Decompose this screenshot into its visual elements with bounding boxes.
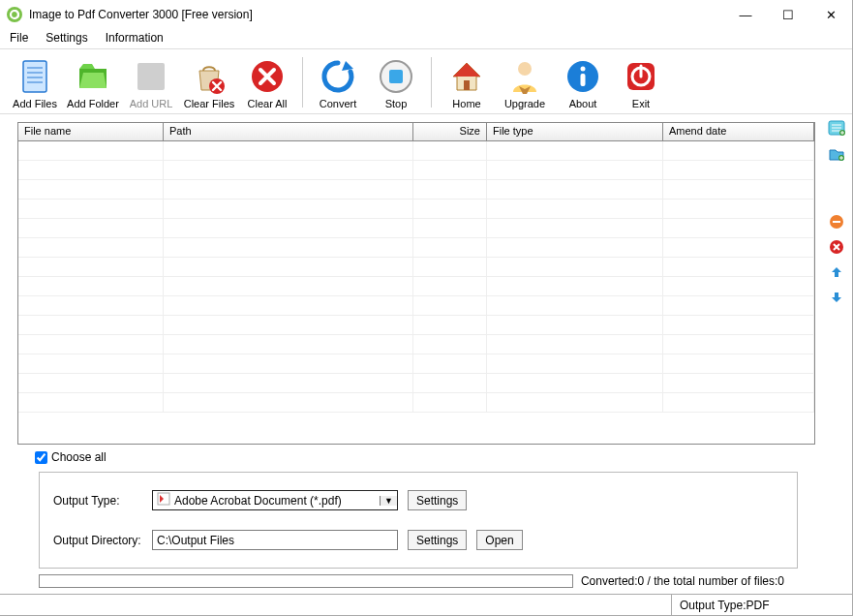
svg-rect-11 [464, 80, 470, 90]
window-controls: — ☐ ✕ [724, 0, 852, 29]
statusbar-output-label: Output Type: [680, 599, 746, 612]
url-disabled-icon [130, 55, 172, 98]
output-dir-settings-button[interactable]: Settings [408, 530, 467, 550]
svg-rect-10 [389, 70, 403, 83]
choose-all-label: Choose all [51, 450, 107, 464]
svg-rect-27 [833, 221, 840, 223]
output-panel: Output Type: Adobe Acrobat Document (*.p… [39, 472, 798, 569]
folder-add-icon[interactable] [828, 145, 845, 163]
svg-point-12 [518, 62, 532, 76]
remove-item-icon[interactable] [828, 213, 845, 231]
grid-body [18, 141, 814, 444]
home-icon [445, 55, 488, 98]
statusbar-output-value: PDF [746, 599, 770, 612]
move-down-icon[interactable] [828, 289, 845, 306]
choose-all-checkbox[interactable]: Choose all [35, 450, 815, 464]
tool-label: About [569, 98, 597, 109]
svg-rect-1 [23, 61, 46, 92]
folder-green-icon [72, 55, 114, 98]
tool-label: Convert [320, 98, 357, 109]
upgrade-button[interactable]: Upgrade [496, 53, 554, 111]
tool-label: Add Files [13, 98, 57, 109]
convert-button[interactable]: Convert [309, 53, 367, 111]
output-type-select[interactable]: Adobe Acrobat Document (*.pdf) ▼ [152, 490, 398, 510]
pdf-icon [157, 492, 170, 508]
col-path[interactable]: Path [164, 123, 413, 140]
svg-point-14 [581, 67, 586, 72]
info-icon [562, 55, 604, 98]
menu-file[interactable]: File [10, 31, 28, 45]
file-grid[interactable]: File name Path Size File type Amend date [17, 122, 815, 445]
window-title: Image to Pdf Converter 3000 [Free versio… [29, 8, 724, 21]
menu-settings[interactable]: Settings [46, 31, 87, 45]
col-filename[interactable]: File name [18, 123, 164, 140]
list-add-icon[interactable] [828, 120, 845, 138]
col-amend[interactable]: Amend date [663, 123, 814, 140]
toolbar: Add Files Add Folder Add URL [0, 49, 852, 114]
convert-arrow-icon [317, 55, 359, 98]
x-circle-icon [246, 55, 289, 98]
open-dir-button[interactable]: Open [476, 530, 522, 550]
add-folder-button[interactable]: Add Folder [64, 53, 122, 111]
output-type-settings-button[interactable]: Settings [408, 490, 467, 510]
clear-list-icon[interactable] [828, 238, 845, 256]
tool-label: Clear All [248, 98, 288, 109]
user-upgrade-icon [503, 55, 546, 98]
statusbar: Output Type: PDF [0, 594, 852, 615]
dropdown-arrow-icon[interactable]: ▼ [380, 496, 397, 506]
converted-status: Converted:0 / the total number of files:… [581, 574, 798, 588]
tool-label: Exit [632, 98, 650, 109]
svg-point-0 [7, 7, 22, 22]
stop-button[interactable]: Stop [367, 53, 425, 111]
grid-header: File name Path Size File type Amend date [18, 123, 814, 141]
main-content: File name Path Size File type Amend date [0, 114, 852, 594]
output-type-label: Output Type: [53, 494, 142, 508]
tool-label: Clear Files [184, 98, 235, 109]
col-size[interactable]: Size [413, 123, 487, 140]
col-filetype[interactable]: File type [487, 123, 663, 140]
tool-label: Add URL [130, 98, 173, 109]
progress-row: Converted:0 / the total number of files:… [17, 572, 815, 594]
add-url-button: Add URL [122, 53, 180, 111]
stop-icon [375, 55, 417, 98]
menubar: File Settings Information [0, 29, 852, 49]
minimize-button[interactable]: — [724, 0, 767, 29]
tool-label: Home [452, 98, 480, 109]
close-button[interactable]: ✕ [809, 0, 852, 29]
menu-information[interactable]: Information [106, 31, 164, 45]
progress-bar [39, 574, 573, 588]
clear-files-button[interactable]: Clear Files [180, 53, 238, 111]
output-dir-label: Output Directory: [53, 534, 142, 547]
add-files-button[interactable]: Add Files [6, 53, 64, 111]
statusbar-output-type: Output Type: PDF [672, 595, 852, 615]
titlebar: Image to Pdf Converter 3000 [Free versio… [0, 0, 852, 29]
file-lines-icon [14, 55, 56, 98]
home-button[interactable]: Home [438, 53, 496, 111]
side-toolbar [821, 114, 852, 594]
bag-x-icon [188, 55, 230, 98]
tool-label: Upgrade [504, 98, 545, 109]
tool-label: Add Folder [67, 98, 119, 109]
exit-button[interactable]: Exit [612, 53, 670, 111]
about-button[interactable]: About [554, 53, 612, 111]
statusbar-left [0, 595, 672, 615]
app-icon [6, 6, 23, 23]
choose-all-row: Choose all [17, 445, 815, 468]
maximize-button[interactable]: ☐ [767, 0, 809, 29]
move-up-icon[interactable] [828, 263, 845, 281]
output-type-value: Adobe Acrobat Document (*.pdf) [174, 494, 342, 508]
svg-rect-6 [137, 63, 165, 90]
output-dir-input[interactable] [152, 530, 398, 550]
clear-all-button[interactable]: Clear All [238, 53, 296, 111]
tool-label: Stop [385, 98, 408, 109]
power-icon [620, 55, 662, 98]
choose-all-input[interactable] [35, 451, 47, 464]
svg-rect-15 [581, 74, 586, 86]
